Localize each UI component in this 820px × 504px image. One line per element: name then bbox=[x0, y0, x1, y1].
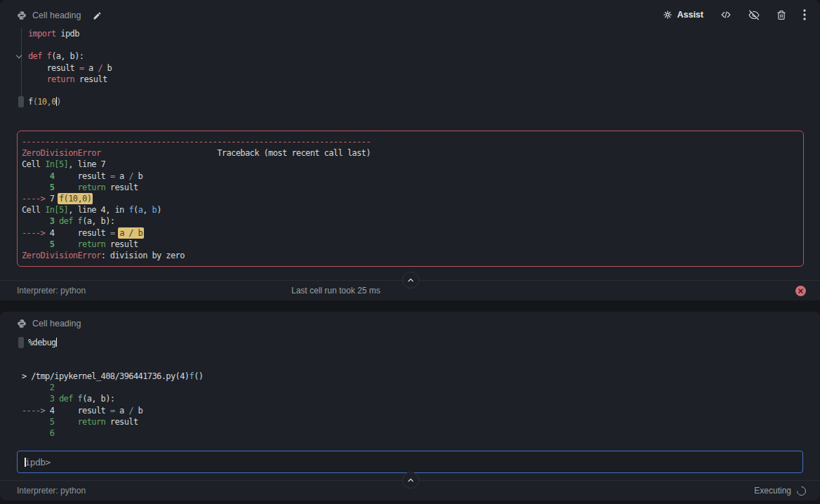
code-line: 4 result = a / b bbox=[22, 171, 803, 182]
kebab-menu-icon bbox=[803, 9, 806, 20]
cell-heading-label: Cell heading bbox=[32, 319, 81, 329]
python-icon bbox=[17, 11, 27, 20]
ipdb-input[interactable]: ipdb> bbox=[17, 451, 803, 473]
eye-slash-icon bbox=[748, 10, 760, 20]
executing-label: Executing bbox=[754, 486, 791, 496]
text-caret bbox=[56, 338, 58, 347]
assist-button[interactable]: Assist bbox=[663, 10, 703, 20]
code-icon bbox=[720, 10, 732, 20]
code-line: Cell In[5], line 4, in f(a, b) bbox=[22, 204, 803, 215]
code-line: ----> 4 result = a / b bbox=[22, 405, 203, 416]
code-line bbox=[22, 39, 793, 51]
code-visibility-button[interactable] bbox=[720, 10, 732, 20]
interpreter-label: Interpreter: python bbox=[17, 486, 86, 496]
code-line: ZeroDivisionError Traceback (most recent… bbox=[22, 147, 803, 159]
notebook-page: { "theme": { "page_bg": "#14161a", "cell… bbox=[0, 0, 820, 504]
code-line: ----> 4 result = a / b bbox=[22, 227, 803, 239]
error-x-icon bbox=[795, 286, 806, 296]
python-icon bbox=[17, 319, 27, 329]
spinner-icon bbox=[795, 484, 807, 497]
collapse-output-button[interactable] bbox=[402, 472, 419, 489]
more-options-button[interactable] bbox=[803, 9, 806, 20]
code-line: 2 bbox=[22, 382, 203, 393]
debug-output: > /tmp/ipykernel_408/396441736.py(4)f() … bbox=[22, 371, 203, 439]
cell-toolbar: Assist bbox=[663, 8, 806, 21]
chevron-up-icon bbox=[406, 476, 415, 484]
delete-cell-button[interactable] bbox=[776, 10, 786, 20]
edit-heading-button[interactable] bbox=[93, 11, 102, 20]
code-line: def f(a, b): bbox=[22, 51, 793, 62]
code-line: 5 return result bbox=[22, 182, 803, 193]
code-editor[interactable]: %debug bbox=[21, 337, 793, 348]
code-line: import ipdb bbox=[22, 28, 793, 39]
code-line: return result bbox=[22, 74, 793, 85]
error-output: ----------------------------------------… bbox=[17, 131, 804, 267]
code-editor[interactable]: import ipdbdef f(a, b): result = a / b r… bbox=[21, 28, 793, 107]
assist-label: Assist bbox=[677, 10, 703, 20]
code-line: > /tmp/ipykernel_408/396441736.py(4)f() bbox=[22, 371, 203, 382]
assist-icon bbox=[663, 10, 673, 20]
trash-icon bbox=[776, 10, 786, 20]
code-line: f(10,0) bbox=[22, 96, 793, 107]
hide-output-button[interactable] bbox=[748, 10, 760, 20]
code-line bbox=[22, 85, 793, 96]
interpreter-label: Interpreter: python bbox=[17, 286, 86, 296]
code-line: Cell In[5], line 7 bbox=[22, 159, 803, 170]
cell-header: Cell heading bbox=[17, 9, 102, 22]
code-line: 5 return result bbox=[22, 239, 803, 250]
cell-heading-label: Cell heading bbox=[32, 11, 81, 20]
chevron-up-icon bbox=[406, 276, 415, 284]
code-line: %debug bbox=[22, 337, 793, 348]
code-line: ----> 7 f(10,0) bbox=[22, 193, 803, 204]
runtime-label: Last cell run took 25 ms bbox=[291, 286, 381, 296]
code-cell-2: Cell heading %debug > /tmp/ipykernel_408… bbox=[0, 312, 820, 500]
code-cell-1: Cell heading Assist bbox=[0, 0, 820, 300]
code-line: 3 def f(a, b): bbox=[22, 215, 803, 227]
code-line: 3 def f(a, b): bbox=[22, 393, 203, 404]
cell-header: Cell heading bbox=[17, 317, 81, 330]
code-line: 5 return result bbox=[22, 416, 203, 427]
pencil-icon bbox=[93, 11, 102, 20]
code-line: 6 bbox=[22, 427, 203, 439]
code-line: ----------------------------------------… bbox=[22, 136, 803, 147]
ipdb-prompt: ipdb> bbox=[25, 457, 51, 467]
code-line: ZeroDivisionError: division by zero bbox=[22, 250, 803, 261]
collapse-output-button[interactable] bbox=[402, 272, 419, 289]
code-line: result = a / b bbox=[22, 62, 793, 74]
